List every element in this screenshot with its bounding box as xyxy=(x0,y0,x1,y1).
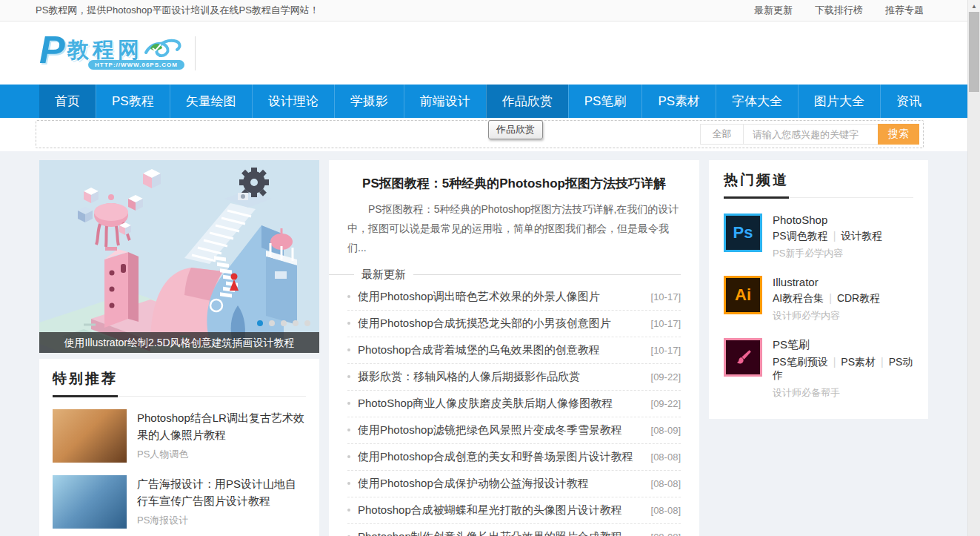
nav-item[interactable]: 学摄影 xyxy=(334,85,404,118)
nav-item[interactable]: 前端设计 xyxy=(404,85,486,118)
nav-item[interactable]: 作品欣赏 xyxy=(486,85,568,118)
carousel-dot[interactable] xyxy=(304,320,310,326)
bullet-icon xyxy=(347,509,350,512)
channel-sub-links: PS笔刷预设|PS素材|PS动作 xyxy=(773,356,913,383)
channel-name[interactable]: PhotoShop xyxy=(773,214,882,226)
recommend-item-category[interactable]: PS人物调色 xyxy=(137,448,306,461)
topbar-link[interactable]: 推荐专题 xyxy=(885,4,924,17)
carousel-dot[interactable] xyxy=(257,320,263,326)
channel-sub-link[interactable]: CDR教程 xyxy=(837,292,880,304)
topbar-link[interactable]: 最新更新 xyxy=(754,4,793,17)
channel-app-icon[interactable]: Ai xyxy=(724,276,762,314)
carousel-dot[interactable] xyxy=(293,320,299,326)
article-row[interactable]: PhotoShop商业人像皮肤磨皮美肤后期人像修图教程 [09-22] xyxy=(347,391,681,417)
article-title[interactable]: Photoshop合成背着城堡的乌龟效果图的创意教程 xyxy=(358,343,644,357)
featured-banner[interactable]: 使用Illustrator绘制2.5D风格创意建筑插画设计教程 xyxy=(39,160,319,353)
nav-item[interactable]: 字体大全 xyxy=(716,85,798,118)
channel-sub-link[interactable]: PS素材 xyxy=(841,356,876,368)
article-date: [08-08] xyxy=(651,505,681,516)
article-title[interactable]: Photoshop制作创意头像长出花朵效果的照片合成教程 xyxy=(358,530,644,536)
latest-article-list: 使用Photoshop调出暗色艺术效果的外景人像图片 [10-17] 使用Pho… xyxy=(347,284,681,536)
nav-item[interactable]: PS素材 xyxy=(641,85,716,118)
channel-app-icon[interactable]: Ps xyxy=(724,214,762,252)
article-title[interactable]: Photoshop合成被蝴蝶和星光打散的头像图片设计教程 xyxy=(358,503,644,517)
search-button[interactable]: 搜索 xyxy=(878,124,919,145)
site-tagline: PS教程网，提供Photoshop平面设计培训及在线PS教程自学网站！ xyxy=(36,4,319,17)
search-group: 全部 搜索 xyxy=(700,124,919,145)
header-divider xyxy=(195,36,196,70)
recommend-item-title[interactable]: Photoshop结合LR调出复古艺术效果的人像照片教程 xyxy=(137,409,306,444)
nav-item[interactable]: 资讯 xyxy=(880,85,937,118)
channel-app-icon[interactable] xyxy=(724,338,762,377)
article-row[interactable]: Photoshop合成被蝴蝶和星光打散的头像图片设计教程 [08-08] xyxy=(347,497,681,524)
channels-heading: 热门频道 xyxy=(724,171,913,198)
channel-sub-link[interactable]: AI教程合集 xyxy=(773,292,824,304)
bullet-icon xyxy=(347,482,350,485)
channel-description: 设计师必备帮手 xyxy=(773,386,913,400)
article-title[interactable]: 使用Photoshop合成保护动物公益海报设计教程 xyxy=(358,477,644,491)
search-category-select[interactable]: 全部 xyxy=(701,125,744,144)
bullet-icon xyxy=(347,375,350,378)
scrollbar: ▲ xyxy=(967,0,980,536)
article-row[interactable]: 使用Photoshop滤镜把绿色风景照片变成冬季雪景教程 [08-09] xyxy=(347,417,681,444)
channel-item: PS笔刷 PS笔刷预设|PS素材|PS动作 设计师必备帮手 xyxy=(724,338,913,400)
article-title[interactable]: PhotoShop商业人像皮肤磨皮美肤后期人像修图教程 xyxy=(358,397,644,411)
recommend-item[interactable]: Photoshop结合LR调出复古艺术效果的人像照片教程 PS人物调色 xyxy=(53,409,306,463)
logo-url-badge: HTTP://WWW.06PS.COM xyxy=(88,60,184,70)
recommend-thumbnail[interactable] xyxy=(53,409,127,463)
article-row[interactable]: Photoshop合成背着城堡的乌龟效果图的创意教程 [10-17] xyxy=(347,337,681,364)
article-title[interactable]: 摄影欣赏：移轴风格的人像后期摄影作品欣赏 xyxy=(358,370,644,384)
article-date: [10-17] xyxy=(651,318,681,329)
recommend-item-title[interactable]: 广告海报设计：用PS设计山地自行车宣传广告图片设计教程 xyxy=(137,475,306,510)
left-column: 使用Illustrator绘制2.5D风格创意建筑插画设计教程 特别推荐 Pho… xyxy=(39,160,319,536)
nav-item[interactable]: 图片大全 xyxy=(798,85,880,118)
nav-item[interactable]: PS教程 xyxy=(96,85,170,118)
article-row[interactable]: 使用Photoshop合成创意的美女和野兽场景图片设计教程 [08-08] xyxy=(347,444,681,471)
separator: | xyxy=(833,230,836,242)
article-row[interactable]: 使用Photoshop调出暗色艺术效果的外景人像图片 [10-17] xyxy=(347,284,681,311)
channel-list: Ps PhotoShop PS调色教程|设计教程 PS新手必学内容 Ai Ill… xyxy=(724,214,913,400)
topbar-link[interactable]: 下载排行榜 xyxy=(815,4,863,17)
nav-item[interactable]: 首页 xyxy=(39,85,96,118)
channel-sub-links: AI教程合集|CDR教程 xyxy=(773,292,880,305)
article-date: [08-08] xyxy=(651,478,681,489)
scrollbar-thumb[interactable] xyxy=(969,12,979,92)
bullet-icon xyxy=(347,295,350,298)
right-column: 热门频道 Ps PhotoShop PS调色教程|设计教程 PS新手必学内容 A… xyxy=(709,160,928,419)
article-title[interactable]: 使用Photoshop调出暗色艺术效果的外景人像图片 xyxy=(358,290,644,304)
scrollbar-up-arrow[interactable]: ▲ xyxy=(968,0,980,12)
article-row[interactable]: 使用Photoshop合成保护动物公益海报设计教程 [08-08] xyxy=(347,471,681,497)
banner-caption[interactable]: 使用Illustrator绘制2.5D风格创意建筑插画设计教程 xyxy=(39,332,319,353)
article-title[interactable]: 使用Photoshop合成创意的美女和野兽场景图片设计教程 xyxy=(358,450,644,464)
article-row[interactable]: Photoshop制作创意头像长出花朵效果的照片合成教程 [08-08] xyxy=(347,524,681,536)
recommend-thumbnail[interactable] xyxy=(53,475,127,529)
channel-description: 设计师必学内容 xyxy=(773,309,880,322)
article-title[interactable]: 使用Photoshop合成抚摸恐龙头部的小男孩创意图片 xyxy=(358,317,644,331)
sub-nav-dashed-box: 全部 搜索 xyxy=(36,120,924,148)
bullet-icon xyxy=(347,429,350,431)
nav-item[interactable]: 设计理论 xyxy=(252,85,334,118)
article-row[interactable]: 摄影欣赏：移轴风格的人像后期摄影作品欣赏 [09-22] xyxy=(347,364,681,391)
article-row[interactable]: 使用Photoshop合成抚摸恐龙头部的小男孩创意图片 [10-17] xyxy=(347,311,681,337)
recommend-heading: 特别推荐 xyxy=(53,369,306,397)
latest-section-heading: 最新更新 xyxy=(329,268,681,282)
recommend-item[interactable]: 广告海报设计：用PS设计山地自行车宣传广告图片设计教程 PS海报设计 xyxy=(53,475,306,529)
featured-article-title[interactable]: PS抠图教程：5种经典的Photoshop抠图方法技巧详解 xyxy=(347,175,681,192)
recommend-item-category[interactable]: PS海报设计 xyxy=(137,514,306,527)
article-title[interactable]: 使用Photoshop滤镜把绿色风景照片变成冬季雪景教程 xyxy=(358,423,644,437)
topbar-links: 最新更新下载排行榜推荐专题 xyxy=(732,4,924,17)
separator: | xyxy=(829,292,832,304)
channel-sub-link[interactable]: 设计教程 xyxy=(841,230,882,242)
logo-mark: P xyxy=(39,30,65,69)
nav-item[interactable]: 矢量绘图 xyxy=(170,85,252,118)
nav-item[interactable]: PS笔刷 xyxy=(568,85,642,118)
channel-sub-link[interactable]: PS笔刷预设 xyxy=(773,356,828,368)
carousel-dot[interactable] xyxy=(269,320,275,326)
channel-name[interactable]: PS笔刷 xyxy=(773,338,913,352)
site-logo[interactable]: P 教程网 HTTP://WWW.06PS.COM xyxy=(39,30,183,76)
bullet-icon xyxy=(347,348,350,351)
search-input[interactable] xyxy=(744,125,879,144)
channel-sub-link[interactable]: PS调色教程 xyxy=(773,230,828,242)
carousel-dot[interactable] xyxy=(281,320,287,326)
channel-name[interactable]: Illustrator xyxy=(773,276,880,288)
